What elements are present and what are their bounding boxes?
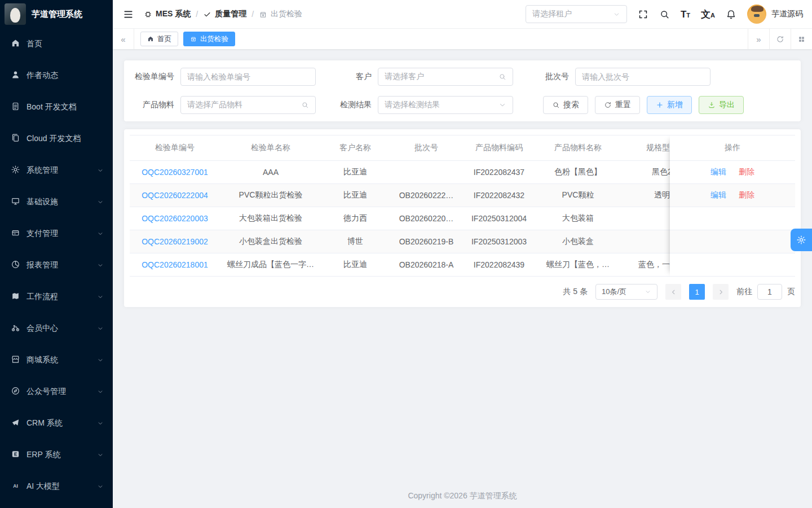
gear-icon bbox=[11, 165, 20, 176]
search-button[interactable]: 搜索 bbox=[543, 96, 588, 114]
translate-icon[interactable]: 文A bbox=[701, 10, 715, 19]
inspection-code-link[interactable]: OQC20260219002 bbox=[130, 230, 220, 253]
chevron-down-icon bbox=[97, 325, 104, 332]
shipment-box-icon bbox=[190, 36, 197, 42]
edit-link[interactable]: 编辑 bbox=[710, 167, 726, 177]
sidebar-item-crm[interactable]: CRM 系统 bbox=[0, 408, 113, 439]
tabs-scroll-left-icon[interactable]: « bbox=[113, 29, 134, 49]
bicycle-icon bbox=[11, 323, 20, 334]
sidebar-item-system[interactable]: 系统管理 bbox=[0, 155, 113, 186]
tenant-select-placeholder: 请选择租户 bbox=[532, 9, 572, 19]
erp-box-icon bbox=[11, 449, 20, 461]
refresh-tab-icon[interactable] bbox=[769, 29, 791, 49]
page-number-button[interactable]: 1 bbox=[689, 284, 705, 300]
row-operations bbox=[670, 207, 795, 230]
tab-shipment-inspection[interactable]: 出货检验 bbox=[183, 32, 235, 46]
sidebar-item-reports[interactable]: 报表管理 bbox=[0, 249, 113, 281]
sidebar-item-label: ERP 系统 bbox=[27, 450, 91, 460]
operations-fixed-column: 操作 编辑 删除 编辑 删除 bbox=[670, 135, 795, 277]
ai-icon: AI bbox=[11, 481, 20, 492]
field-product-material: 产品物料 请选择产品物料 bbox=[130, 96, 316, 114]
chevron-down-icon bbox=[613, 11, 620, 18]
chevron-down-icon bbox=[97, 294, 104, 300]
breadcrumb-item-shipment-inspection: 出货检验 bbox=[259, 9, 302, 19]
edit-link[interactable]: 编辑 bbox=[710, 190, 726, 200]
breadcrumb-separator: / bbox=[251, 10, 254, 19]
tabs-scroll-right-icon[interactable]: » bbox=[748, 29, 769, 49]
cell-material-name: 螺丝刀【蓝色，… bbox=[535, 253, 621, 276]
bell-icon[interactable] bbox=[726, 9, 736, 20]
table-card: 检验单编号 检验单名称 客户名称 批次号 产品物料编码 产品物料名称 规格型号 … bbox=[124, 129, 801, 307]
inspection-code-link[interactable]: OQC20260327001 bbox=[130, 161, 220, 183]
home-icon bbox=[11, 38, 20, 50]
user-menu[interactable]: 芋道源码 bbox=[747, 5, 803, 24]
delete-link[interactable]: 删除 bbox=[739, 167, 754, 177]
main-area: MES 系统 / 质量管理 / 出货检验 请选择租户 bbox=[113, 0, 812, 508]
sidebar-item-author[interactable]: 作者动态 bbox=[0, 60, 113, 91]
sidebar-item-label: 商城系统 bbox=[27, 355, 91, 365]
layout-grid-icon[interactable] bbox=[791, 29, 812, 49]
fullscreen-icon[interactable] bbox=[638, 9, 648, 20]
sidebar-logo[interactable]: 芋道管理系统 bbox=[0, 0, 113, 28]
monitor-icon bbox=[11, 196, 20, 208]
delete-link[interactable]: 删除 bbox=[739, 190, 754, 200]
sidebar-item-payment[interactable]: 支付管理 bbox=[0, 218, 113, 249]
inspection-code-link[interactable]: OQC20260218001 bbox=[130, 253, 220, 276]
cell-material-code: IF2022082437 bbox=[464, 161, 535, 183]
sidebar-item-boot-docs[interactable]: Boot 开发文档 bbox=[0, 91, 113, 123]
prev-page-button[interactable] bbox=[665, 284, 681, 300]
sidebar-item-mall[interactable]: 商城系统 bbox=[0, 344, 113, 376]
next-page-button[interactable] bbox=[713, 284, 729, 300]
sidebar-item-home[interactable]: 首页 bbox=[0, 28, 113, 60]
field-customer: 客户 请选择客户 bbox=[327, 68, 513, 86]
export-button[interactable]: 导出 bbox=[699, 96, 744, 114]
chevron-down-icon bbox=[97, 230, 104, 237]
sidebar-item-workflow[interactable]: 工作流程 bbox=[0, 281, 113, 313]
breadcrumb-item-mes[interactable]: MES 系统 bbox=[144, 9, 191, 19]
inspection-code-link[interactable]: OQC20260220003 bbox=[130, 207, 220, 230]
column-header: 产品物料名称 bbox=[535, 135, 621, 160]
sidebar-item-ai[interactable]: AI AI 大模型 bbox=[0, 471, 113, 502]
breadcrumb-item-quality[interactable]: 质量管理 bbox=[203, 9, 246, 19]
page-size-select[interactable]: 10条/页 bbox=[595, 284, 657, 300]
sidebar-collapse-icon[interactable] bbox=[123, 9, 134, 20]
sidebar-item-official-account[interactable]: 公众号管理 bbox=[0, 376, 113, 408]
inspection-table: 检验单编号 检验单名称 客户名称 批次号 产品物料编码 产品物料名称 规格型号 … bbox=[130, 135, 795, 277]
reset-button[interactable]: 重置 bbox=[595, 96, 640, 114]
tab-home[interactable]: 首页 bbox=[140, 32, 178, 46]
inspection-code-link[interactable]: OQC20260222004 bbox=[130, 184, 220, 207]
field-label: 检测结果 bbox=[327, 100, 378, 110]
column-header: 检验单编号 bbox=[130, 135, 220, 160]
sidebar-item-member[interactable]: 会员中心 bbox=[0, 313, 113, 344]
username: 芋道源码 bbox=[771, 9, 803, 19]
sidebar-item-label: 支付管理 bbox=[27, 229, 91, 239]
font-size-icon[interactable]: TT bbox=[681, 10, 690, 19]
sidebar-item-label: Cloud 开发文档 bbox=[27, 134, 104, 144]
sidebar-item-erp[interactable]: ERP 系统 bbox=[0, 439, 113, 471]
product-material-select[interactable]: 请选择产品物料 bbox=[180, 96, 316, 114]
chevron-left-icon bbox=[670, 288, 677, 296]
field-label: 客户 bbox=[327, 72, 378, 82]
search-icon bbox=[301, 101, 309, 109]
sidebar-item-label: 系统管理 bbox=[27, 165, 91, 176]
cell-material-name: PVC颗粒 bbox=[535, 184, 621, 207]
customer-select[interactable]: 请选择客户 bbox=[378, 68, 513, 86]
sidebar-item-cloud-docs[interactable]: Cloud 开发文档 bbox=[0, 123, 113, 155]
cell-material-code: IF2022082439 bbox=[464, 253, 535, 276]
tenant-select[interactable]: 请选择租户 bbox=[526, 5, 627, 23]
batch-no-input[interactable] bbox=[575, 68, 710, 86]
inspection-code-input[interactable] bbox=[180, 68, 316, 86]
cell-name: 大包装箱出货检验 bbox=[220, 207, 321, 230]
search-icon bbox=[498, 73, 506, 81]
search-icon[interactable] bbox=[659, 9, 670, 20]
goto-page-input[interactable] bbox=[757, 284, 782, 300]
add-button[interactable]: 新增 bbox=[647, 96, 692, 114]
test-result-select[interactable]: 请选择检测结果 bbox=[378, 96, 513, 114]
floating-settings-button[interactable] bbox=[791, 229, 812, 251]
select-placeholder: 请选择产品物料 bbox=[187, 100, 242, 110]
column-header-operations: 操作 bbox=[670, 135, 795, 161]
app-title: 芋道管理系统 bbox=[32, 9, 82, 20]
pagination-goto: 前往 页 bbox=[736, 284, 795, 300]
sidebar-item-infrastructure[interactable]: 基础设施 bbox=[0, 186, 113, 218]
cell-customer: 博世 bbox=[321, 230, 389, 253]
